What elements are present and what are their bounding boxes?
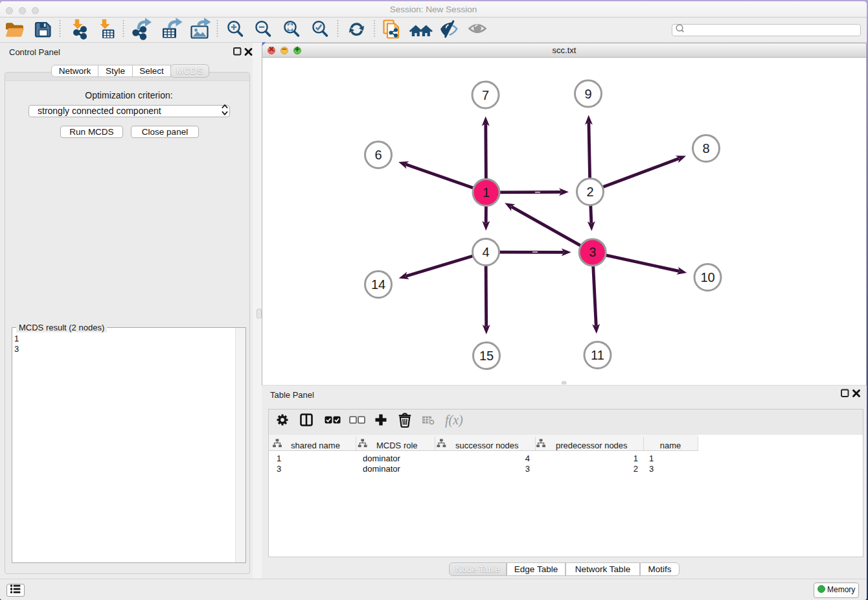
svg-text:Memory: Memory bbox=[827, 585, 855, 594]
svg-text:f(x): f(x) bbox=[445, 413, 463, 428]
